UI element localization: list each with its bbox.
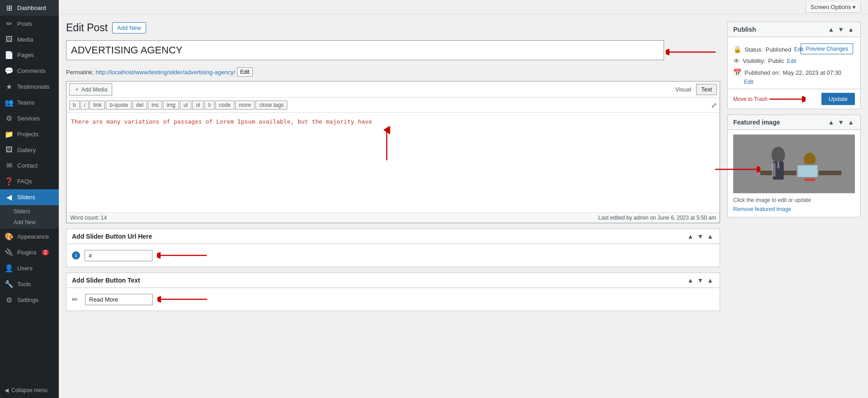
editor-btn-bquote[interactable]: b-quote [106,101,132,110]
slider-text-input[interactable] [85,294,153,305]
sidebar-item-gallery[interactable]: 🖼 Gallery [0,142,59,158]
sidebar-subitem-add-new[interactable]: Add New [0,217,59,228]
tab-text[interactable]: Text [696,84,717,95]
featured-collapse-down[interactable]: ▼ [837,119,845,126]
slider-url-input[interactable] [85,250,152,261]
add-new-button[interactable]: Add New [112,22,146,34]
sidebar-item-settings[interactable]: ⚙ Settings [0,292,59,308]
visibility-edit-link[interactable]: Edit [787,58,797,64]
sidebar-item-label: Settings [17,297,38,303]
featured-expand[interactable]: ▲ [847,119,855,126]
editor-btn-close-tags[interactable]: close tags [256,101,287,110]
sidebar: ⊞ Dashboard ✏ Posts 🖼 Media 📄 Pages 💬 Co… [0,0,59,398]
sidebar-item-label: Testimonials [17,83,50,90]
sidebar-item-label: Posts [17,20,32,27]
sidebar-item-faqs[interactable]: ❓ FAQs [0,173,59,189]
sidebar-item-sliders[interactable]: ◀ Sliders [0,189,59,205]
sidebar-item-label: Plugins [17,249,37,256]
move-to-trash-link[interactable]: Move to Trash [733,96,768,102]
editor-btn-ins[interactable]: ins [148,101,162,110]
publish-date-row: 📅 Published on: May 22, 2023 at 07:30 [733,67,855,78]
expand-editor-button[interactable]: ⤢ [711,101,717,110]
sidebar-item-projects[interactable]: 📁 Projects [0,126,59,142]
pages-icon: 📄 [5,51,14,59]
contact-icon: ✉ [5,161,14,170]
editor-content-area[interactable]: There are many variations of passages of… [66,113,720,212]
sidebar-item-dashboard[interactable]: ⊞ Dashboard [0,0,59,16]
calendar-icon: 📅 [733,68,742,77]
update-button[interactable]: Update [821,93,855,105]
arrow-to-update [769,94,806,105]
editor-btn-li[interactable]: li [204,101,214,110]
editor-btn-b[interactable]: b [69,101,80,110]
featured-box-header: Featured image ▲ ▼ ▲ [728,115,860,130]
publish-collapse-up[interactable]: ▲ [827,26,835,33]
sidebar-item-services[interactable]: ⚙ Services [0,110,59,126]
add-media-button[interactable]: ＋ Add Media [69,83,112,96]
editor-btn-more[interactable]: more [235,101,255,110]
permalink-edit-button[interactable]: Edit [237,67,253,77]
meta-box-slider-text: Add Slider Button Text ▲ ▼ ▲ ✏ [66,273,720,311]
sidebar-item-contact[interactable]: ✉ Contact [0,158,59,173]
collapse-menu[interactable]: ◀ Collapse menu [0,383,59,398]
arrow-to-title [666,45,720,59]
post-title-input[interactable] [66,40,664,60]
editor-btn-del[interactable]: del [133,101,147,110]
page-title: Edit Post [66,22,108,34]
status-edit-link[interactable]: Edit [794,46,804,53]
editor-tabs: Visual Text [670,84,717,95]
meta-box-slider-text-header: Add Slider Button Text ▲ ▼ ▲ [66,273,720,288]
sidebar-item-label: Comments [17,67,46,74]
status-label: Status: [745,46,763,53]
page-header: Edit Post Add New [66,22,720,34]
editor-btn-ul[interactable]: ul [180,101,191,110]
meta-close[interactable]: ▲ [706,233,714,240]
publish-box: Publish ▲ ▼ ▲ Preview Changes 🔒 Status: … [727,22,861,109]
sidebar-item-teams[interactable]: 👥 Teams [0,95,59,110]
featured-collapse-up[interactable]: ▲ [827,119,835,126]
sidebar-item-label: Sliders [17,194,35,201]
tab-visual[interactable]: Visual [670,84,696,95]
editor-btn-code[interactable]: code [215,101,234,110]
sidebar-item-testimonials[interactable]: ★ Testimonials [0,79,59,95]
meta-text-close[interactable]: ▲ [706,277,714,284]
meta-collapse-up[interactable]: ▲ [686,233,694,240]
sidebar-item-media[interactable]: 🖼 Media [0,32,59,47]
last-edited: Last edited by admin on June 6, 2023 at … [598,215,716,221]
add-media-label: Add Media [81,86,107,93]
sidebar-item-posts[interactable]: ✏ Posts [0,16,59,32]
published-edit-link[interactable]: Edit [744,79,754,85]
preview-changes-button[interactable]: Preview Changes [801,43,853,54]
publish-collapse-down[interactable]: ▼ [837,26,845,33]
arrow-to-text-input [157,293,212,306]
publish-header-controls: ▲ ▼ ▲ [827,26,855,33]
editor-btn-link[interactable]: link [90,101,105,110]
screen-options-button[interactable]: Screen Options ▾ [806,2,861,13]
publish-box-header: Publish ▲ ▼ ▲ [728,22,860,37]
meta-text-collapse-down[interactable]: ▼ [696,277,704,284]
editor-btn-i[interactable]: i [81,101,89,110]
meta-collapse-down[interactable]: ▼ [696,233,704,240]
sidebar-item-users[interactable]: 👤 Users [0,260,59,276]
sidebar-item-pages[interactable]: 📄 Pages [0,47,59,63]
content-area: Edit Post Add New Permalink: http://loca… [59,14,868,398]
editor-btn-ol[interactable]: ol [192,101,204,110]
sidebar-item-label: Services [17,115,40,122]
teams-icon: 👥 [5,98,14,107]
publish-expand[interactable]: ▲ [847,26,855,33]
sidebar-item-tools[interactable]: 🔧 Tools [0,276,59,292]
services-icon: ⚙ [5,114,14,123]
collapse-label: Collapse menu [11,387,47,393]
sidebar-subitem-sliders[interactable]: Sliders [0,206,59,217]
media-icon: 🖼 [5,35,14,43]
meta-text-collapse-up[interactable]: ▲ [686,277,694,284]
remove-featured-link[interactable]: Remove featured image [733,206,855,212]
sidebar-item-label: FAQs [17,178,32,185]
sidebar-item-appearance[interactable]: 🎨 Appearance [0,229,59,245]
permalink-url[interactable]: http://localhost/www/testing/slider/adve… [95,69,235,76]
editor-btn-img[interactable]: img [163,101,179,110]
sidebar-item-comments[interactable]: 💬 Comments [0,63,59,79]
publish-footer: Move to Trash Update [728,89,860,109]
meta-box-slider-url-header: Add Slider Button Url Here ▲ ▼ ▲ [66,229,720,244]
sidebar-item-plugins[interactable]: 🔌 Plugins 2 [0,245,59,260]
